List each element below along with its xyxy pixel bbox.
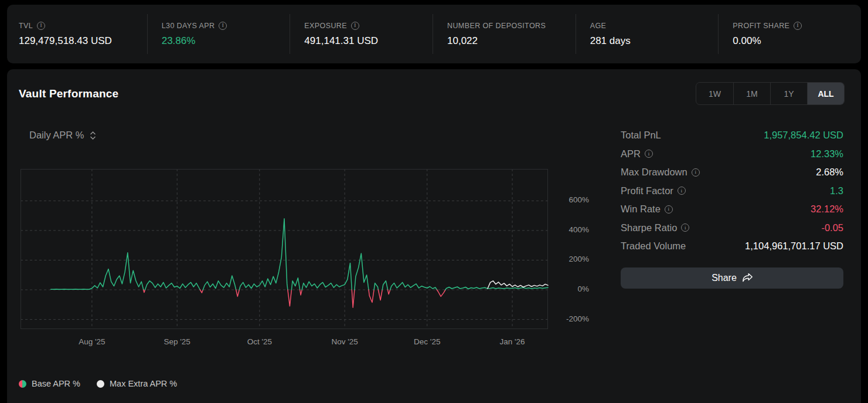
stat-row-label-wrap: Profit Factor [621, 185, 686, 197]
stat-profit-share: PROFIT SHARE0.00% [718, 14, 861, 54]
legend-label: Max Extra APR % [110, 379, 177, 388]
stat-row-label: Traded Volume [621, 241, 686, 252]
y-tick-label: -200% [548, 314, 589, 323]
stat-row-value: -0.05 [821, 222, 843, 233]
stat-row-label: Sharpe Ratio [621, 222, 677, 233]
stat-row-label-wrap: Max Drawdown [621, 167, 700, 178]
stat-exposure: EXPOSURE491,141.31 USD [290, 14, 433, 54]
stat-label: L30 DAYS APR [162, 22, 215, 30]
x-tick-label: Sep '25 [164, 337, 190, 346]
share-button-label: Share [712, 273, 737, 283]
x-tick-label: Aug '25 [79, 337, 105, 346]
chart-wrap: 600%400%200%0%-200% Aug '25Sep '25Oct '2… [21, 169, 607, 352]
stat-row-label: APR [621, 148, 641, 160]
stat-l30-days-apr: L30 DAYS APR23.86% [147, 14, 290, 54]
x-tick-label: Jan '26 [500, 337, 525, 346]
stat-row-label-wrap: APR [621, 148, 653, 160]
stat-label-row: L30 DAYS APR [162, 22, 290, 30]
stat-value: 491,141.31 USD [304, 35, 433, 47]
y-tick-label: 600% [548, 195, 589, 204]
stat-label-row: PROFIT SHARE [733, 22, 861, 30]
info-icon[interactable] [692, 168, 700, 177]
stat-row-value: 2.68% [816, 167, 843, 178]
legend-dot-icon [19, 380, 26, 388]
info-icon[interactable] [681, 223, 689, 232]
legend-item-max-extra-apr-[interactable]: Max Extra APR % [97, 379, 177, 388]
stat-row-traded-volume: Traded Volume1,104,961,701.17 USD [621, 237, 843, 256]
range-button-1y[interactable]: 1Y [770, 83, 807, 104]
legend-item-base-apr-[interactable]: Base APR % [19, 379, 80, 388]
stat-value: 23.86% [162, 35, 290, 47]
share-icon [743, 273, 753, 282]
stat-row-value: 1,104,961,701.17 USD [745, 241, 843, 252]
stat-row-label-wrap: Sharpe Ratio [621, 222, 689, 233]
stat-number-of-depositors: NUMBER OF DEPOSITORS10,022 [433, 14, 576, 54]
stat-row-profit-factor: Profit Factor1.3 [621, 182, 843, 201]
chart-column: Daily APR % 600%400%200%0%-200% Aug '25S… [19, 119, 608, 388]
time-range-selector: 1W1M1YALL [696, 82, 845, 105]
vault-performance-panel: Vault Performance 1W1M1YALL Daily APR % … [7, 69, 861, 403]
stat-row-label-wrap: Win Rate [621, 204, 673, 215]
range-button-1m[interactable]: 1M [733, 83, 770, 104]
performance-header: Vault Performance 1W1M1YALL [19, 82, 849, 105]
legend-label: Base APR % [32, 379, 80, 388]
info-icon[interactable] [645, 150, 653, 158]
share-button[interactable]: Share [621, 267, 843, 289]
side-stats-panel: Total PnL1,957,854.42 USDAPR12.33%Max Dr… [621, 126, 849, 388]
stat-row-value: 1,957,854.42 USD [764, 130, 843, 141]
x-tick-label: Nov '25 [331, 337, 358, 346]
x-tick-label: Oct '25 [247, 337, 272, 346]
range-button-all[interactable]: ALL [807, 83, 844, 104]
stat-row-max-drawdown: Max Drawdown2.68% [621, 163, 843, 182]
stat-row-value: 1.3 [830, 185, 843, 197]
side-stats-rows: Total PnL1,957,854.42 USDAPR12.33%Max Dr… [621, 126, 843, 256]
info-icon[interactable] [37, 22, 45, 30]
stat-label: EXPOSURE [304, 22, 347, 30]
chart-legend: Base APR %Max Extra APR % [19, 379, 608, 388]
stat-label: PROFIT SHARE [733, 22, 789, 30]
stat-value: 281 days [590, 35, 719, 47]
info-icon[interactable] [794, 22, 802, 30]
stat-row-apr: APR12.33% [621, 145, 843, 164]
y-tick-label: 200% [548, 255, 589, 263]
info-icon[interactable] [351, 22, 359, 30]
stat-row-win-rate: Win Rate32.12% [621, 200, 843, 219]
x-tick-label: Dec '25 [414, 337, 440, 346]
stat-row-label-wrap: Traded Volume [621, 241, 686, 252]
stat-row-sharpe-ratio: Sharpe Ratio-0.05 [621, 219, 843, 238]
stat-row-label-wrap: Total PnL [621, 130, 661, 141]
stat-value: 129,479,518.43 USD [19, 35, 147, 47]
apr-chart[interactable] [21, 169, 548, 329]
sort-updown-icon [90, 131, 96, 140]
metric-selector-label: Daily APR % [29, 130, 84, 141]
stat-label: NUMBER OF DEPOSITORS [447, 22, 546, 30]
vault-performance-title: Vault Performance [19, 87, 118, 100]
info-icon[interactable] [678, 187, 686, 195]
metric-selector[interactable]: Daily APR % [29, 130, 96, 141]
info-icon[interactable] [219, 22, 227, 30]
stat-row-label: Win Rate [621, 204, 661, 215]
info-icon[interactable] [665, 205, 673, 214]
stat-row-total-pnl: Total PnL1,957,854.42 USD [621, 126, 843, 145]
stat-label-row: TVL [19, 22, 147, 30]
stat-label-row: AGE [590, 22, 719, 30]
stat-age: AGE281 days [576, 14, 719, 54]
stat-row-value: 12.33% [811, 148, 843, 160]
range-button-1w[interactable]: 1W [696, 83, 733, 104]
legend-dot-icon [97, 380, 104, 388]
stat-row-label: Total PnL [621, 130, 661, 141]
performance-content: Daily APR % 600%400%200%0%-200% Aug '25S… [19, 119, 849, 388]
y-tick-label: 0% [548, 285, 589, 293]
stat-row-value: 32.12% [811, 204, 843, 215]
stat-label: AGE [590, 22, 607, 30]
stat-label-row: EXPOSURE [304, 22, 433, 30]
stat-row-label: Profit Factor [621, 185, 673, 197]
stat-row-label: Max Drawdown [621, 167, 687, 178]
stat-value: 10,022 [447, 35, 576, 47]
stats-bar: TVL129,479,518.43 USDL30 DAYS APR23.86%E… [7, 5, 861, 63]
stat-label-row: NUMBER OF DEPOSITORS [447, 22, 576, 30]
stat-label: TVL [19, 22, 33, 30]
y-tick-label: 400% [548, 225, 589, 234]
stat-value: 0.00% [733, 35, 861, 47]
stat-tvl: TVL129,479,518.43 USD [7, 14, 147, 54]
